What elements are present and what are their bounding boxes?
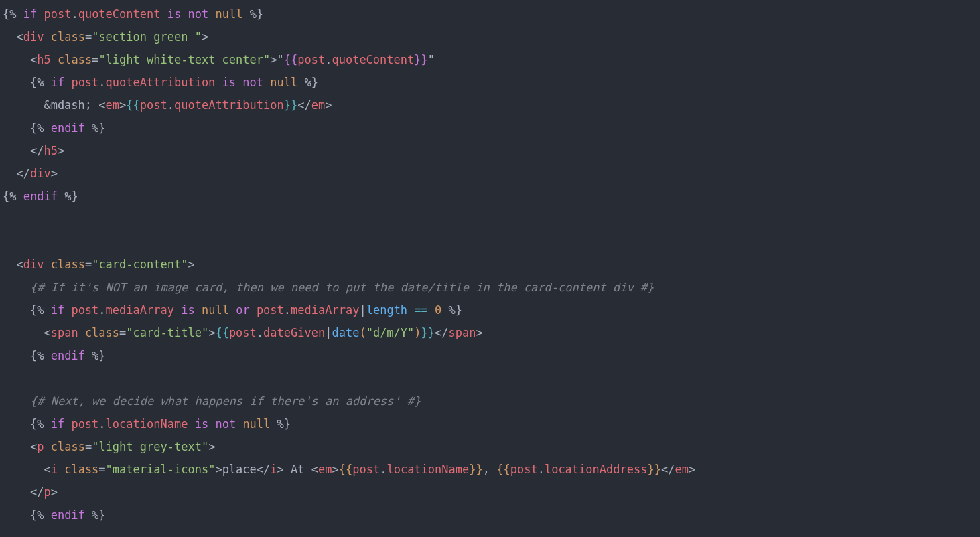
code-token: {{ xyxy=(339,463,352,476)
code-token: > xyxy=(270,53,277,66)
code-line[interactable]: <i class="material-icons">place</i> At <… xyxy=(3,458,961,481)
code-token: is xyxy=(181,303,194,317)
code-line[interactable]: {% endif %} xyxy=(3,117,961,139)
code-token: post xyxy=(71,303,98,317)
code-token: null xyxy=(215,7,242,21)
code-token: | xyxy=(325,326,332,339)
code-line[interactable]: <div class="card-content"> xyxy=(3,253,961,276)
code-token: class xyxy=(58,53,92,66)
code-token: = xyxy=(85,440,92,453)
code-token xyxy=(3,485,30,499)
code-line[interactable]: </p> xyxy=(3,481,961,504)
code-line[interactable]: <p class="light grey-text"> xyxy=(3,435,961,458)
code-token xyxy=(215,76,222,89)
code-line[interactable]: <div class="section green "> xyxy=(3,25,961,48)
code-token: < xyxy=(44,326,50,339)
code-line[interactable]: {% if post.quoteContent is not null %} xyxy=(3,3,961,25)
code-token xyxy=(64,76,71,89)
code-token: if xyxy=(23,7,37,21)
code-token: or xyxy=(236,303,249,317)
code-token xyxy=(44,30,50,44)
code-token: place xyxy=(222,463,257,476)
code-line[interactable]: {% if post.mediaArray is null or post.me… xyxy=(3,299,961,321)
code-token: endif xyxy=(51,121,85,135)
code-token xyxy=(37,7,44,21)
code-line[interactable]: {% endif %} xyxy=(3,185,961,208)
code-line[interactable]: <span class="card-title">{{post.dateGive… xyxy=(3,321,961,344)
code-token: p xyxy=(37,440,44,453)
code-token: endif xyxy=(51,508,85,522)
code-token xyxy=(3,326,44,339)
code-token: "light white-text center" xyxy=(98,53,270,66)
code-token: . xyxy=(257,326,263,339)
code-token: {% xyxy=(3,349,51,362)
code-token: quoteContent xyxy=(332,53,414,66)
code-token: post xyxy=(352,463,380,476)
code-token: %} xyxy=(270,417,291,431)
code-token: %} xyxy=(85,349,106,362)
code-token: {{ xyxy=(126,98,139,112)
code-token: {% xyxy=(3,417,51,431)
code-token: "section green " xyxy=(92,30,202,44)
code-token: class xyxy=(51,258,85,271)
code-token: {{ xyxy=(284,53,297,66)
code-token: quoteAttribution xyxy=(174,98,284,112)
code-token: class xyxy=(64,463,98,476)
code-token: %} xyxy=(441,303,462,317)
code-token xyxy=(3,144,30,157)
code-token: if xyxy=(51,417,64,431)
code-token: em xyxy=(106,98,119,112)
code-token: {# Next, we decide what happens if there… xyxy=(30,394,421,408)
code-token: </ xyxy=(30,485,44,499)
code-token: is xyxy=(167,7,181,21)
code-line[interactable]: {% endif %} xyxy=(3,344,961,367)
code-line[interactable]: {# Next, we decide what happens if there… xyxy=(3,390,961,412)
code-token: locationName xyxy=(106,417,188,431)
code-line[interactable]: {% if post.locationName is not null %} xyxy=(3,412,961,435)
code-token: %} xyxy=(242,7,263,21)
code-token xyxy=(58,463,64,476)
code-token: {{ xyxy=(496,463,510,476)
code-line[interactable]: <h5 class="light white-text center">"{{p… xyxy=(3,48,961,71)
code-token xyxy=(3,394,30,408)
code-line[interactable]: &mdash; <em>{{post.quoteAttribution}}</e… xyxy=(3,94,961,117)
code-token: em xyxy=(311,98,325,112)
code-token: > xyxy=(208,326,215,339)
code-token xyxy=(174,303,181,317)
code-token xyxy=(236,76,242,89)
code-line[interactable]: {% if post.quoteAttribution is not null … xyxy=(3,71,961,94)
code-token xyxy=(236,417,242,431)
code-editor[interactable]: {% if post.quoteContent is not null %} <… xyxy=(0,0,980,537)
code-token: > xyxy=(325,98,332,112)
code-line[interactable] xyxy=(3,230,961,253)
code-token: span xyxy=(449,326,476,339)
code-token: . xyxy=(98,417,105,431)
code-token: quoteContent xyxy=(78,7,161,21)
code-line[interactable]: </div> xyxy=(3,162,961,185)
code-token: }} xyxy=(284,98,297,112)
code-token xyxy=(208,417,215,431)
code-token: > xyxy=(188,258,194,271)
code-token: > xyxy=(208,440,215,453)
code-token: > xyxy=(277,463,284,476)
code-token: h5 xyxy=(37,53,50,66)
code-line[interactable] xyxy=(3,208,961,230)
code-token: &mdash; xyxy=(3,98,98,112)
code-token: At xyxy=(284,463,311,476)
code-token: }} xyxy=(414,53,427,66)
code-text-area[interactable]: {% if post.quoteContent is not null %} <… xyxy=(0,0,961,537)
code-token xyxy=(3,258,16,271)
code-token: %} xyxy=(58,189,78,203)
code-token xyxy=(208,7,215,21)
code-line[interactable] xyxy=(3,367,961,390)
code-line[interactable]: {# If it's NOT an image card, then we ne… xyxy=(3,276,961,299)
code-token: post xyxy=(297,53,325,66)
code-token: i xyxy=(270,463,277,476)
code-token: = xyxy=(119,326,126,339)
code-token: . xyxy=(71,7,78,21)
code-token: is xyxy=(195,417,208,431)
code-token xyxy=(51,53,58,66)
code-line[interactable]: {% endif %} xyxy=(3,504,961,526)
code-token: = xyxy=(85,30,92,44)
code-line[interactable]: </h5> xyxy=(3,139,961,162)
